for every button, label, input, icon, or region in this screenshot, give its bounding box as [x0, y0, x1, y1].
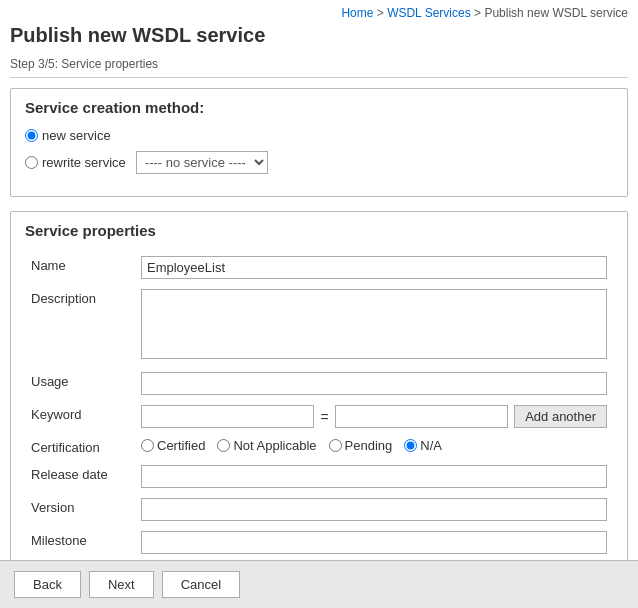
keyword-label: Keyword — [25, 400, 135, 433]
breadcrumb-wsdl-services[interactable]: WSDL Services — [387, 6, 471, 20]
description-label: Description — [25, 284, 135, 367]
rewrite-service-label: rewrite service — [42, 155, 126, 170]
cert-na-radio[interactable] — [404, 439, 417, 452]
divider — [10, 77, 628, 78]
service-properties-title: Service properties — [25, 222, 613, 239]
name-cell — [135, 251, 613, 284]
keyword-row: Keyword = Add another — [25, 400, 613, 433]
release-date-cell — [135, 460, 613, 493]
cancel-button[interactable]: Cancel — [162, 571, 240, 598]
usage-input[interactable] — [141, 372, 607, 395]
cert-pending-label: Pending — [329, 438, 393, 453]
usage-cell — [135, 367, 613, 400]
milestone-label: Milestone — [25, 526, 135, 559]
cert-certified-radio[interactable] — [141, 439, 154, 452]
usage-label: Usage — [25, 367, 135, 400]
add-another-button[interactable]: Add another — [514, 405, 607, 428]
description-cell — [135, 284, 613, 367]
cert-pending-radio[interactable] — [329, 439, 342, 452]
description-row: Description — [25, 284, 613, 367]
page-title: Publish new WSDL service — [0, 24, 638, 57]
milestone-input[interactable] — [141, 531, 607, 554]
new-service-label: new service — [42, 128, 111, 143]
service-creation-title: Service creation method: — [25, 99, 613, 116]
name-row: Name — [25, 251, 613, 284]
version-input[interactable] — [141, 498, 607, 521]
footer-bar: Back Next Cancel — [0, 560, 638, 608]
release-date-label: Release date — [25, 460, 135, 493]
cert-not-applicable-label: Not Applicable — [217, 438, 316, 453]
keyword-right-input[interactable] — [335, 405, 508, 428]
new-service-row: new service — [25, 128, 613, 143]
cert-certified-label: Certified — [141, 438, 205, 453]
new-service-radio[interactable] — [25, 129, 38, 142]
keyword-left-input[interactable] — [141, 405, 314, 428]
version-label: Version — [25, 493, 135, 526]
release-date-row: Release date — [25, 460, 613, 493]
version-cell — [135, 493, 613, 526]
keyword-inputs: = Add another — [141, 405, 607, 428]
service-creation-section: Service creation method: new service rew… — [10, 88, 628, 197]
step-label: Step 3/5: Service properties — [0, 57, 638, 77]
breadcrumb: Home > WSDL Services > Publish new WSDL … — [0, 0, 638, 24]
rewrite-service-radio[interactable] — [25, 156, 38, 169]
name-input[interactable] — [141, 256, 607, 279]
name-label: Name — [25, 251, 135, 284]
service-properties-section: Service properties Name Description Usag… — [10, 211, 628, 574]
certification-options: Certified Not Applicable Pending N/ — [141, 438, 607, 453]
description-textarea[interactable] — [141, 289, 607, 359]
usage-row: Usage — [25, 367, 613, 400]
breadcrumb-home[interactable]: Home — [341, 6, 373, 20]
certification-label: Certification — [25, 433, 135, 460]
version-row: Version — [25, 493, 613, 526]
back-button[interactable]: Back — [14, 571, 81, 598]
release-date-input[interactable] — [141, 465, 607, 488]
breadcrumb-current: Publish new WSDL service — [484, 6, 628, 20]
milestone-row: Milestone — [25, 526, 613, 559]
certification-cell: Certified Not Applicable Pending N/ — [135, 433, 613, 460]
next-button[interactable]: Next — [89, 571, 154, 598]
rewrite-service-row: rewrite service ---- no service ---- — [25, 151, 613, 174]
keyword-equals: = — [320, 409, 328, 425]
milestone-cell — [135, 526, 613, 559]
properties-table: Name Description Usage Key — [25, 251, 613, 559]
keyword-cell: = Add another — [135, 400, 613, 433]
cert-not-applicable-radio[interactable] — [217, 439, 230, 452]
certification-row: Certification Certified Not Applicable — [25, 433, 613, 460]
service-dropdown[interactable]: ---- no service ---- — [136, 151, 268, 174]
cert-na-label: N/A — [404, 438, 442, 453]
